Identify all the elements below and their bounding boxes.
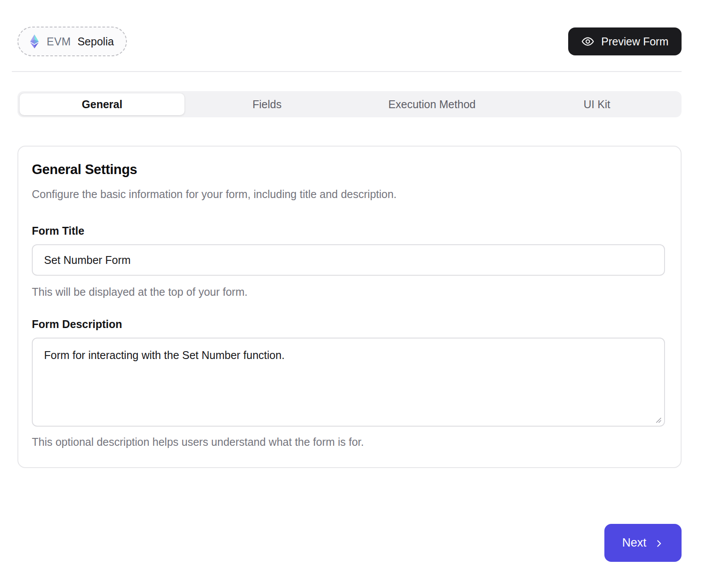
- form-title-input[interactable]: [32, 244, 665, 276]
- tab-bar: General Fields Execution Method UI Kit: [17, 91, 682, 117]
- form-builder-page: EVM Sepolia Preview Form General Fields …: [0, 0, 716, 562]
- network-selector-chip[interactable]: EVM Sepolia: [17, 27, 127, 56]
- tab-ui-kit[interactable]: UI Kit: [515, 93, 679, 115]
- tab-execution-method[interactable]: Execution Method: [350, 93, 515, 115]
- form-title-label: Form Title: [32, 224, 665, 237]
- form-description-wrap: Form for interacting with the Set Number…: [32, 338, 665, 427]
- preview-form-button[interactable]: Preview Form: [568, 27, 682, 55]
- header-divider: [12, 71, 682, 72]
- ethereum-icon: [29, 34, 40, 48]
- card-title: General Settings: [32, 161, 665, 178]
- chain-label: EVM: [47, 35, 71, 48]
- resize-handle-icon[interactable]: [655, 417, 662, 424]
- eye-icon: [581, 35, 594, 48]
- general-settings-card: General Settings Configure the basic inf…: [17, 146, 682, 468]
- footer: Next: [17, 524, 682, 562]
- preview-form-label: Preview Form: [601, 35, 668, 48]
- header: EVM Sepolia Preview Form: [17, 27, 682, 56]
- next-button[interactable]: Next: [604, 524, 682, 562]
- card-description: Configure the basic information for your…: [32, 188, 665, 201]
- network-label: Sepolia: [78, 35, 114, 48]
- tab-fields[interactable]: Fields: [184, 93, 349, 115]
- form-description-label: Form Description: [32, 318, 665, 331]
- form-description-textarea[interactable]: Form for interacting with the Set Number…: [32, 338, 665, 427]
- chevron-right-icon: [654, 538, 664, 548]
- next-button-label: Next: [622, 536, 647, 550]
- form-title-helper: This will be displayed at the top of you…: [32, 285, 665, 298]
- tab-general[interactable]: General: [20, 93, 184, 115]
- form-description-helper: This optional description helps users un…: [32, 435, 665, 448]
